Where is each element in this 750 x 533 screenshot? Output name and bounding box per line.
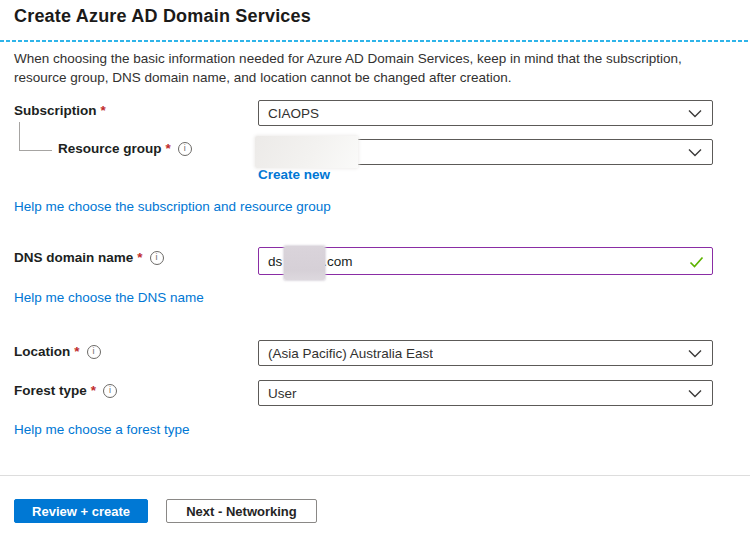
chevron-down-icon	[688, 145, 702, 160]
forest-type-label-text: Forest type	[14, 383, 87, 398]
required-asterisk: *	[101, 103, 106, 118]
redacted-dns-value	[284, 246, 325, 280]
redacted-resource-group-value	[255, 136, 358, 168]
chevron-down-icon	[688, 386, 702, 401]
forest-type-label: Forest type * i	[14, 383, 117, 398]
required-asterisk: *	[91, 383, 96, 398]
help-forest-link[interactable]: Help me choose a forest type	[14, 422, 190, 437]
help-subscription-link[interactable]: Help me choose the subscription and reso…	[14, 199, 331, 214]
info-icon[interactable]: i	[87, 345, 101, 359]
subscription-label-text: Subscription	[14, 103, 97, 118]
forest-type-dropdown[interactable]: User	[258, 380, 713, 406]
info-icon[interactable]: i	[150, 251, 164, 265]
dns-value-prefix: ds	[268, 254, 282, 269]
dns-value-suffix: .com	[323, 254, 352, 269]
review-create-button[interactable]: Review + create	[14, 499, 148, 523]
dns-domain-name-label: DNS domain name * i	[14, 250, 164, 265]
subscription-label: Subscription *	[14, 103, 106, 118]
info-icon[interactable]: i	[178, 142, 192, 156]
subscription-value: CIAOPS	[268, 106, 319, 121]
help-dns-link[interactable]: Help me choose the DNS name	[14, 290, 204, 305]
subscription-resource-connector	[19, 122, 52, 151]
resource-group-label: Resource group * i	[58, 141, 192, 156]
location-label-text: Location	[14, 344, 70, 359]
intro-description: When choosing the basic information need…	[14, 49, 706, 87]
dashed-divider	[0, 40, 750, 42]
dns-domain-name-input[interactable]: ds .com	[258, 247, 713, 275]
chevron-down-icon	[688, 106, 702, 121]
info-icon[interactable]: i	[103, 384, 117, 398]
dns-domain-name-label-text: DNS domain name	[14, 250, 133, 265]
chevron-down-icon	[688, 346, 702, 361]
page-title: Create Azure AD Domain Services	[14, 6, 311, 27]
next-networking-button[interactable]: Next - Networking	[166, 499, 317, 523]
create-new-link[interactable]: Create new	[258, 167, 330, 182]
create-aadds-page: Create Azure AD Domain Services When cho…	[0, 0, 750, 533]
required-asterisk: *	[137, 250, 142, 265]
footer-divider	[0, 475, 750, 476]
required-asterisk: *	[74, 344, 79, 359]
location-label: Location * i	[14, 344, 101, 359]
forest-type-value: User	[268, 386, 297, 401]
location-value: (Asia Pacific) Australia East	[268, 346, 433, 361]
required-asterisk: *	[166, 141, 171, 156]
subscription-dropdown[interactable]: CIAOPS	[258, 100, 713, 126]
location-dropdown[interactable]: (Asia Pacific) Australia East	[258, 340, 713, 366]
resource-group-label-text: Resource group	[58, 141, 162, 156]
checkmark-icon	[689, 256, 704, 271]
